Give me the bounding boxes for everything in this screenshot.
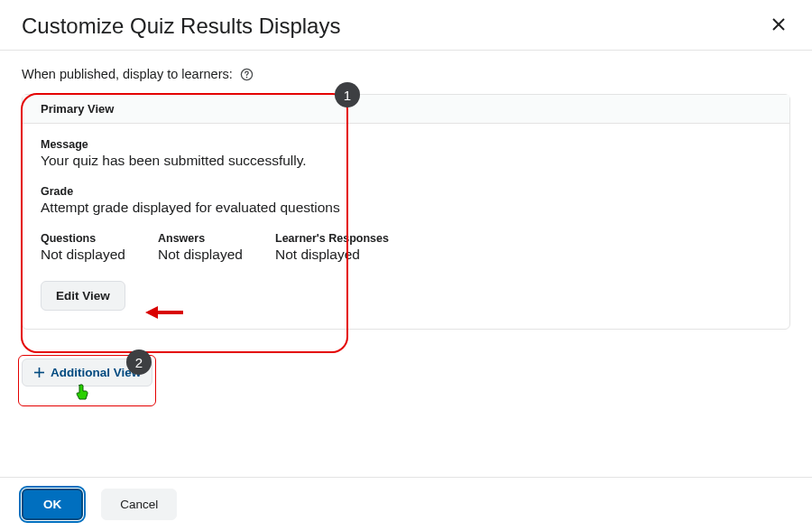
primary-view-body: Message Your quiz has been submitted suc… bbox=[23, 124, 789, 329]
dialog-body: When published, display to learners: 1 P… bbox=[0, 51, 812, 387]
responses-col: Learner's Responses Not displayed bbox=[275, 232, 389, 263]
intro-row: When published, display to learners: bbox=[22, 67, 790, 81]
svg-point-3 bbox=[246, 76, 248, 78]
grade-label: Grade bbox=[41, 185, 771, 198]
close-button[interactable] bbox=[767, 13, 790, 39]
ok-button[interactable]: OK bbox=[22, 489, 83, 520]
primary-view-card: 1 Primary View Message Your quiz has bee… bbox=[22, 94, 790, 330]
svg-marker-5 bbox=[145, 306, 158, 319]
dialog-header: Customize Quiz Results Displays bbox=[0, 0, 812, 50]
dialog-title: Customize Quiz Results Displays bbox=[22, 14, 340, 39]
answers-col: Answers Not displayed bbox=[158, 232, 248, 263]
intro-text: When published, display to learners: bbox=[22, 67, 233, 81]
additional-view-label: Additional View bbox=[51, 366, 141, 379]
additional-view-wrap: 2 Additional View bbox=[22, 359, 152, 387]
grade-block: Grade Attempt grade displayed for evalua… bbox=[41, 185, 771, 216]
questions-label: Questions bbox=[41, 232, 131, 245]
answers-label: Answers bbox=[158, 232, 248, 245]
plus-icon bbox=[33, 367, 45, 378]
answers-value: Not displayed bbox=[158, 247, 248, 263]
cancel-button[interactable]: Cancel bbox=[101, 489, 177, 520]
annotation-arrow bbox=[145, 304, 185, 324]
display-columns: Questions Not displayed Answers Not disp… bbox=[41, 232, 771, 263]
grade-value: Attempt grade displayed for evaluated qu… bbox=[41, 200, 771, 216]
questions-col: Questions Not displayed bbox=[41, 232, 131, 263]
message-value: Your quiz has been submitted successfull… bbox=[41, 153, 771, 169]
close-icon bbox=[770, 16, 787, 33]
help-icon[interactable] bbox=[240, 67, 254, 81]
message-label: Message bbox=[41, 138, 771, 151]
additional-view-button[interactable]: Additional View bbox=[22, 359, 152, 387]
questions-value: Not displayed bbox=[41, 247, 131, 263]
edit-view-button[interactable]: Edit View bbox=[41, 281, 125, 311]
responses-value: Not displayed bbox=[275, 247, 389, 263]
primary-view-header: Primary View bbox=[23, 95, 789, 124]
message-block: Message Your quiz has been submitted suc… bbox=[41, 138, 771, 169]
responses-label: Learner's Responses bbox=[275, 232, 389, 245]
dialog-footer: OK Cancel bbox=[0, 477, 812, 531]
